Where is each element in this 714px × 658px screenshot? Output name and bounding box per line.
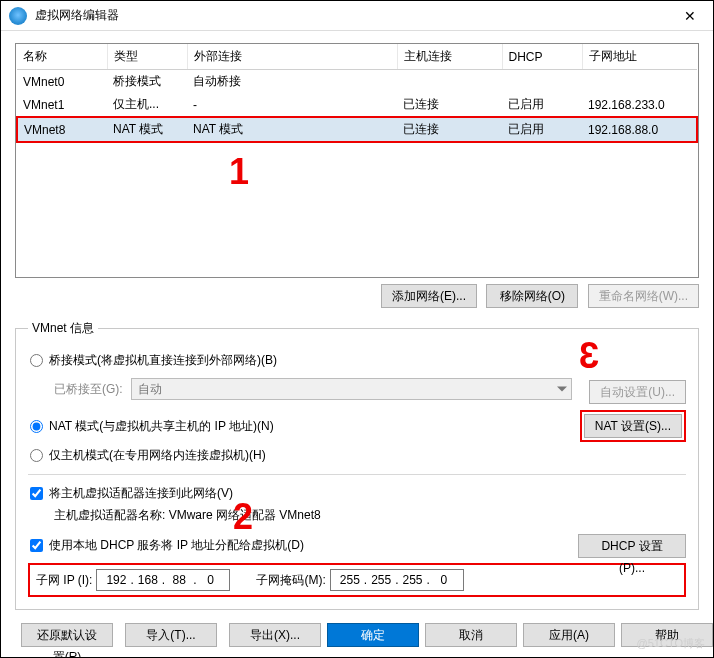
bridged-radio-label: 桥接模式(将虚拟机直接连接到外部网络)(B) [49, 352, 277, 369]
dhcp-checkbox[interactable] [30, 539, 43, 552]
table-row[interactable]: VMnet1 仅主机... - 已连接 已启用 192.168.233.0 [17, 93, 697, 117]
col-name[interactable]: 名称 [17, 44, 107, 70]
export-button[interactable]: 导出(X)... [229, 623, 321, 647]
hostonly-radio-label: 仅主机模式(在专用网络内连接虚拟机)(H) [49, 447, 266, 464]
bridged-radio[interactable] [30, 354, 43, 367]
subnet-row: 子网 IP (I): 192. 168. 88. 0 子网掩码(M): 255.… [28, 563, 686, 597]
add-network-button[interactable]: 添加网络(E)... [381, 284, 477, 308]
connect-host-label: 将主机虚拟适配器连接到此网络(V) [49, 485, 233, 502]
hostonly-radio-row: 仅主机模式(在专用网络内连接虚拟机)(H) [28, 447, 686, 464]
import-button[interactable]: 导入(T)... [125, 623, 217, 647]
vmnet-info-group: VMnet 信息 桥接模式(将虚拟机直接连接到外部网络)(B) 已桥接至(G):… [15, 320, 699, 610]
network-table: 名称 类型 外部连接 主机连接 DHCP 子网地址 VMnet0 桥接模式 自动… [15, 43, 699, 278]
chevron-down-icon [557, 387, 567, 392]
hostonly-radio[interactable] [30, 449, 43, 462]
help-button[interactable]: 帮助 [621, 623, 713, 647]
auto-settings-button: 自动设置(U)... [589, 380, 686, 404]
restore-defaults-button[interactable]: 还原默认设置(R) [21, 623, 113, 647]
network-buttons: 添加网络(E)... 移除网络(O) 重命名网络(W)... [15, 284, 699, 308]
subnet-ip-label: 子网 IP (I): [36, 572, 92, 589]
col-subnet[interactable]: 子网地址 [582, 44, 697, 70]
table-row[interactable]: VMnet0 桥接模式 自动桥接 [17, 70, 697, 94]
nat-settings-button[interactable]: NAT 设置(S)... [584, 414, 682, 438]
host-adapter-name: 主机虚拟适配器名称: VMware 网络适配器 VMnet8 [54, 507, 686, 524]
table-header-row: 名称 类型 外部连接 主机连接 DHCP 子网地址 [17, 44, 697, 70]
rename-network-button: 重命名网络(W)... [588, 284, 699, 308]
window-title: 虚拟网络编辑器 [35, 7, 677, 24]
app-icon [9, 7, 27, 25]
dhcp-checkbox-label: 使用本地 DHCP 服务将 IP 地址分配给虚拟机(D) [49, 537, 304, 554]
col-hostconn[interactable]: 主机连接 [397, 44, 502, 70]
nat-radio[interactable] [30, 420, 43, 433]
col-dhcp[interactable]: DHCP [502, 44, 582, 70]
subnet-ip-input[interactable]: 192. 168. 88. 0 [96, 569, 230, 591]
vmnet-info-legend: VMnet 信息 [28, 320, 98, 337]
table-row[interactable]: VMnet8 NAT 模式 NAT 模式 已连接 已启用 192.168.88.… [17, 117, 697, 142]
nat-radio-label: NAT 模式(与虚拟机共享主机的 IP 地址)(N) [49, 418, 274, 435]
subnet-mask-input[interactable]: 255. 255. 255. 0 [330, 569, 464, 591]
titlebar: 虚拟网络编辑器 ✕ [1, 1, 713, 31]
subnet-mask-label: 子网掩码(M): [256, 572, 325, 589]
bridged-to-select: 自动 [131, 378, 572, 400]
apply-button[interactable]: 应用(A) [523, 623, 615, 647]
connect-host-checkbox[interactable] [30, 487, 43, 500]
remove-network-button[interactable]: 移除网络(O) [486, 284, 578, 308]
bridged-to-label: 已桥接至(G): [54, 381, 123, 398]
ok-button[interactable]: 确定 [327, 623, 419, 647]
dhcp-settings-button[interactable]: DHCP 设置(P)... [578, 534, 686, 558]
col-ext[interactable]: 外部连接 [187, 44, 397, 70]
bottom-buttons: 还原默认设置(R) 导入(T)... 导出(X)... 确定 取消 应用(A) … [1, 623, 713, 647]
close-icon[interactable]: ✕ [677, 3, 703, 29]
cancel-button[interactable]: 取消 [425, 623, 517, 647]
bridged-radio-row: 桥接模式(将虚拟机直接连接到外部网络)(B) [28, 352, 686, 369]
col-type[interactable]: 类型 [107, 44, 187, 70]
